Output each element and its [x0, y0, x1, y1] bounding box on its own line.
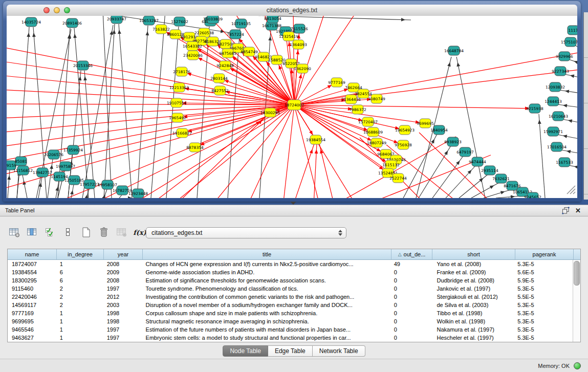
- edge-arrowhead-icon: [27, 33, 30, 37]
- graph-node-label: 16671388: [262, 24, 281, 28]
- table-cell: 0: [391, 294, 432, 300]
- table-row[interactable]: 2242004622012Investigating the contribut…: [8, 293, 573, 301]
- edge-arrowhead-icon: [112, 30, 116, 34]
- tab-network-table[interactable]: Network Table: [313, 345, 365, 357]
- tab-edge-table[interactable]: Edge Table: [268, 345, 313, 357]
- table-row[interactable]: 977716911998Corpus callosum shape and si…: [8, 309, 573, 317]
- table-cell: Wolkin et al. (1998): [432, 318, 515, 324]
- table-cell: 2008: [104, 277, 143, 283]
- resize-grip-icon[interactable]: [565, 184, 576, 197]
- graph-node-label: 1080749: [368, 97, 385, 101]
- delete-table-icon[interactable]: [98, 226, 110, 238]
- table-cell: 0: [391, 318, 432, 324]
- graph-edge: [151, 16, 165, 198]
- graph-node-label: 16033809: [203, 17, 223, 21]
- table-cell: 0: [391, 335, 432, 341]
- graph-node-label: 7857224: [227, 32, 244, 37]
- table-body: 1872400712008Changes of HCN gene express…: [8, 260, 573, 342]
- scrollbar-thumb[interactable]: [574, 261, 580, 286]
- table-type-tabs: Node TableEdge TableNetwork Table: [0, 345, 588, 357]
- table-row[interactable]: 946362711997Embryonic stem cells: a mode…: [8, 334, 573, 342]
- citation-network-graph[interactable]: 1403572420891406209337471065328715276026…: [7, 16, 577, 198]
- graph-node-label: 1527602: [171, 19, 188, 24]
- network-window: citations_edges.txt 14035724208914062093…: [3, 1, 581, 202]
- table-row[interactable]: 946554611997Estimation of the future num…: [8, 325, 573, 334]
- graph-node-label: 85081: [15, 159, 27, 164]
- edge-arrowhead-icon: [456, 62, 460, 67]
- function-builder-icon[interactable]: f(x): [134, 226, 146, 238]
- table-row[interactable]: 911546021997Tourette syndrome. Phenomeno…: [8, 285, 573, 293]
- table-row[interactable]: 1938455462009Genome-wide association stu…: [8, 268, 573, 276]
- table-cell: 0: [391, 310, 432, 316]
- edge-arrowhead-icon: [128, 196, 132, 198]
- edge-arrowhead-icon: [110, 31, 113, 35]
- table-row[interactable]: 1456911722003Disruption of a novel membe…: [8, 301, 573, 309]
- graph-edge: [459, 174, 488, 198]
- float-panel-icon[interactable]: [562, 207, 570, 216]
- edge-arrowhead-icon: [401, 18, 405, 21]
- graph-edge: [564, 74, 577, 78]
- graph-node-label: 2803144: [210, 76, 228, 81]
- column-label: out_de...: [404, 251, 426, 257]
- edge-arrowhead-icon: [32, 33, 36, 37]
- graph-node-label: 16648784: [444, 49, 464, 53]
- table-cell: 2: [57, 294, 104, 300]
- graph-edge: [7, 105, 294, 190]
- table-cell: 5.3E-5: [514, 326, 573, 333]
- graph-node-label: 1244413: [545, 99, 562, 104]
- column-header-year[interactable]: year: [104, 249, 143, 259]
- graph-node-label: 39159: [7, 163, 16, 168]
- graph-edge: [294, 105, 357, 198]
- table-cell: 9699695: [8, 318, 57, 324]
- network-canvas[interactable]: 1403572420891406209337471065328715276026…: [7, 16, 577, 198]
- close-panel-icon[interactable]: ✕: [575, 207, 581, 214]
- table-cell: 49: [391, 261, 432, 267]
- graph-node-label: 16543382: [183, 44, 202, 49]
- import-table-icon[interactable]: [116, 226, 128, 238]
- table-cell: Embryonic stem cells: a model to study s…: [143, 335, 391, 341]
- node-table: namein_degreeyeartitle△out_de...shortpag…: [7, 249, 581, 342]
- table-toolbar: f(x): [8, 226, 151, 239]
- table-cell: 2003: [104, 302, 143, 308]
- graph-node-label: 9245652: [524, 195, 541, 199]
- column-header-short[interactable]: short: [432, 249, 515, 259]
- table-cell: 6: [57, 277, 104, 283]
- row-height-icon[interactable]: [62, 226, 74, 238]
- graph-node-label: 20206576: [44, 152, 63, 157]
- column-header-title[interactable]: title: [143, 249, 391, 259]
- edge-arrowhead-icon: [456, 161, 460, 165]
- network-window-titlebar[interactable]: citations_edges.txt: [7, 5, 577, 16]
- table-cell: 1997: [104, 335, 143, 341]
- table-panel: Table Panel ✕ f(x) citations_edges.txt n…: [0, 205, 588, 372]
- graph-edge: [119, 24, 132, 198]
- table-cell: 1: [57, 318, 104, 324]
- graph-node-label: 7163822: [153, 27, 170, 32]
- table-select-dropdown[interactable]: citations_edges.txt: [146, 227, 346, 238]
- table-options-icon[interactable]: [8, 226, 20, 238]
- column-header-name[interactable]: name: [8, 249, 57, 259]
- graph-node-label: 13942757: [33, 170, 52, 175]
- graph-node-label: 1615132: [382, 163, 400, 167]
- graph-node-label: 9699695: [417, 121, 434, 126]
- table-cell: 5.3E-5: [514, 302, 573, 308]
- graph-node-label: 9475685: [219, 51, 236, 56]
- new-table-icon[interactable]: [80, 226, 92, 238]
- table-row[interactable]: 1830029562008Estimation of significance …: [8, 276, 573, 285]
- graph-node-label: 2718176: [173, 70, 190, 74]
- select-all-icon[interactable]: [44, 226, 56, 238]
- table-row[interactable]: 969969511998Structural magnetic resonanc…: [8, 317, 573, 325]
- table-row[interactable]: 1872400712008Changes of HCN gene express…: [8, 260, 573, 268]
- tab-node-table[interactable]: Node Table: [223, 345, 268, 357]
- column-header-in-degree[interactable]: in_degree: [57, 249, 104, 259]
- table-cell: 0: [391, 277, 432, 283]
- graph-node-label: 19384554: [306, 138, 325, 142]
- table-scrollbar[interactable]: [573, 260, 580, 342]
- graph-node-label: 7632621: [492, 177, 510, 181]
- show-columns-icon[interactable]: [26, 226, 38, 238]
- table-cell: 2: [57, 286, 104, 292]
- column-header-pagerank[interactable]: pagerank: [515, 249, 574, 259]
- column-header-out-de-[interactable]: △out_de...: [391, 249, 432, 259]
- table-cell: 5.3E-5: [514, 310, 573, 316]
- graph-node-label: 9227343: [552, 69, 569, 74]
- table-cell: 5.3E-5: [514, 286, 573, 292]
